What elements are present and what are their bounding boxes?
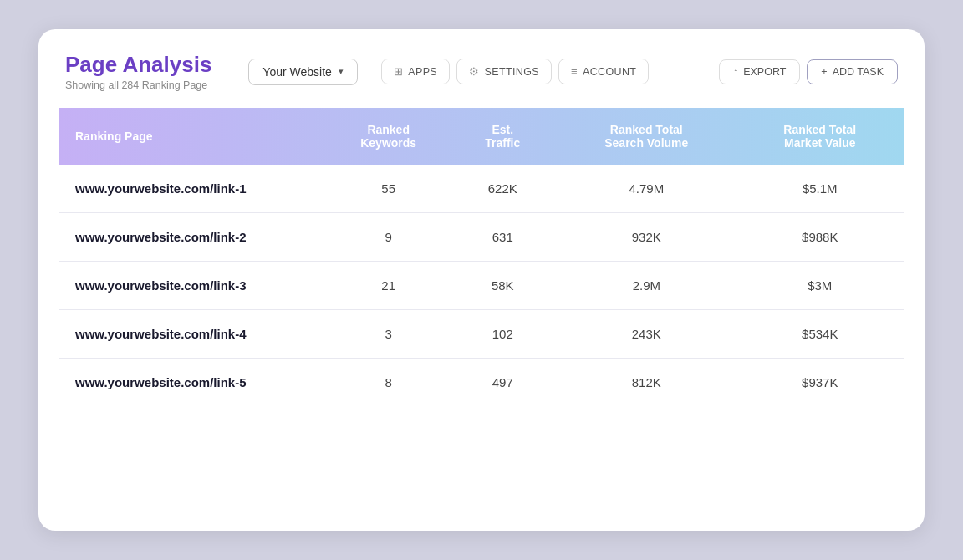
add-task-label: ADD TASK — [833, 66, 884, 78]
export-icon: ↑ — [733, 66, 738, 78]
table-header-row: Ranking Page RankedKeywords Est.Traffic … — [59, 108, 904, 165]
cell-traffic: 497 — [448, 358, 558, 406]
cell-keywords: 3 — [329, 309, 448, 358]
cell-traffic: 102 — [448, 309, 558, 358]
add-task-icon: + — [821, 66, 827, 78]
cell-traffic: 622K — [448, 165, 558, 213]
table-row: www.yourwebsite.com/link-5 8 497 812K $9… — [59, 358, 904, 406]
apps-button[interactable]: ⊞ APPS — [381, 59, 450, 84]
main-card: Page Analysis Showing all 284 Ranking Pa… — [38, 29, 925, 531]
col-header-ranking-page: Ranking Page — [59, 108, 329, 165]
export-button[interactable]: ↑ EXPORT — [719, 59, 800, 84]
cell-volume: 4.79M — [558, 165, 736, 213]
col-header-market-value: Ranked TotalMarket Value — [736, 108, 904, 165]
cell-url[interactable]: www.yourwebsite.com/link-4 — [59, 309, 329, 358]
cell-url[interactable]: www.yourwebsite.com/link-3 — [59, 261, 329, 309]
cell-volume: 812K — [558, 358, 736, 406]
cell-keywords: 21 — [329, 261, 448, 309]
col-header-search-volume: Ranked TotalSearch Volume — [558, 108, 736, 165]
table-row: www.yourwebsite.com/link-2 9 631 932K $9… — [59, 212, 904, 261]
cell-value: $5.1M — [736, 165, 904, 213]
chevron-down-icon: ▾ — [339, 66, 344, 77]
cell-value: $937K — [736, 358, 904, 406]
website-selector-label: Your Website — [262, 65, 332, 79]
cell-volume: 243K — [558, 309, 736, 358]
settings-label: SETTINGS — [484, 66, 539, 78]
table-row: www.yourwebsite.com/link-4 3 102 243K $5… — [59, 309, 904, 358]
settings-button[interactable]: ⚙ SETTINGS — [456, 59, 552, 84]
col-header-est-traffic: Est.Traffic — [448, 108, 558, 165]
header: Page Analysis Showing all 284 Ranking Pa… — [38, 29, 925, 108]
cell-value: $988K — [736, 212, 904, 261]
header-left: Page Analysis Showing all 284 Ranking Pa… — [65, 53, 211, 91]
cell-volume: 2.9M — [558, 261, 736, 309]
cell-url[interactable]: www.yourwebsite.com/link-2 — [59, 212, 329, 261]
data-table: Ranking Page RankedKeywords Est.Traffic … — [59, 108, 904, 406]
cell-url[interactable]: www.yourwebsite.com/link-5 — [59, 358, 329, 406]
page-subtitle: Showing all 284 Ranking Page — [65, 79, 211, 91]
website-selector[interactable]: Your Website ▾ — [248, 59, 358, 85]
cell-keywords: 55 — [329, 165, 448, 213]
action-buttons: ↑ EXPORT + ADD TASK — [719, 59, 898, 84]
account-label: ACCOUNT — [583, 66, 636, 78]
cell-keywords: 9 — [329, 212, 448, 261]
table-row: www.yourwebsite.com/link-1 55 622K 4.79M… — [59, 165, 904, 213]
account-icon: ≡ — [571, 65, 578, 78]
table-row: www.yourwebsite.com/link-3 21 58K 2.9M $… — [59, 261, 904, 309]
col-header-ranked-keywords: RankedKeywords — [329, 108, 448, 165]
table-container: Ranking Page RankedKeywords Est.Traffic … — [38, 108, 925, 406]
cell-value: $534K — [736, 309, 904, 358]
cell-traffic: 631 — [448, 212, 558, 261]
account-button[interactable]: ≡ ACCOUNT — [558, 59, 649, 84]
add-task-button[interactable]: + ADD TASK — [807, 59, 898, 84]
nav-buttons: ⊞ APPS ⚙ SETTINGS ≡ ACCOUNT — [381, 59, 650, 84]
cell-volume: 932K — [558, 212, 736, 261]
page-title: Page Analysis — [65, 53, 211, 77]
settings-icon: ⚙ — [469, 65, 479, 78]
export-label: EXPORT — [743, 66, 786, 78]
cell-traffic: 58K — [448, 261, 558, 309]
cell-value: $3M — [736, 261, 904, 309]
apps-label: APPS — [408, 66, 437, 78]
cell-url[interactable]: www.yourwebsite.com/link-1 — [59, 165, 329, 213]
cell-keywords: 8 — [329, 358, 448, 406]
apps-icon: ⊞ — [394, 65, 403, 78]
